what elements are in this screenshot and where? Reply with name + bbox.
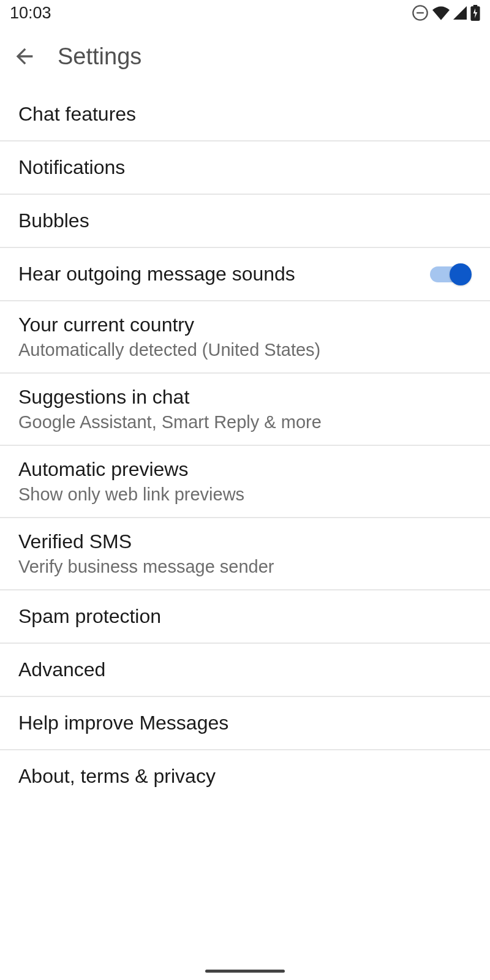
setting-title: Help improve Messages [18, 712, 472, 734]
setting-advanced[interactable]: Advanced [0, 644, 490, 697]
setting-suggestions-in-chat[interactable]: Suggestions in chat Google Assistant, Sm… [0, 374, 490, 446]
setting-subtitle: Google Assistant, Smart Reply & more [18, 412, 472, 432]
back-button[interactable] [9, 40, 40, 72]
setting-subtitle: Automatically detected (United States) [18, 340, 472, 360]
setting-title: Bubbles [18, 209, 472, 232]
status-bar: 10:03 [0, 0, 490, 26]
setting-about-terms-privacy[interactable]: About, terms & privacy [0, 750, 490, 802]
app-bar: Settings [0, 26, 490, 87]
setting-title: Verified SMS [18, 530, 472, 553]
setting-title: Automatic previews [18, 458, 472, 481]
setting-hear-outgoing-sounds[interactable]: Hear outgoing message sounds [0, 248, 490, 301]
svg-rect-3 [473, 5, 478, 7]
setting-subtitle: Verify business message sender [18, 557, 472, 577]
setting-title: Advanced [18, 658, 472, 681]
setting-current-country[interactable]: Your current country Automatically detec… [0, 301, 490, 374]
settings-list: Chat features Notifications Bubbles Hear… [0, 88, 490, 802]
do-not-disturb-icon [412, 4, 429, 21]
toggle-switch[interactable] [430, 263, 472, 285]
setting-title: Chat features [18, 103, 472, 126]
status-icons [412, 4, 480, 21]
setting-verified-sms[interactable]: Verified SMS Verify business message sen… [0, 518, 490, 590]
setting-title: Your current country [18, 314, 472, 336]
page-title: Settings [58, 43, 141, 70]
setting-title: Suggestions in chat [18, 386, 472, 409]
setting-help-improve-messages[interactable]: Help improve Messages [0, 697, 490, 750]
setting-notifications[interactable]: Notifications [0, 141, 490, 195]
setting-title: Spam protection [18, 605, 472, 628]
cellular-signal-icon [453, 6, 467, 20]
setting-bubbles[interactable]: Bubbles [0, 195, 490, 248]
battery-icon [470, 5, 480, 21]
setting-chat-features[interactable]: Chat features [0, 88, 490, 141]
setting-title: About, terms & privacy [18, 765, 472, 788]
setting-automatic-previews[interactable]: Automatic previews Show only web link pr… [0, 446, 490, 518]
status-time: 10:03 [10, 4, 51, 23]
setting-title: Notifications [18, 156, 472, 179]
setting-spam-protection[interactable]: Spam protection [0, 590, 490, 644]
setting-title: Hear outgoing message sounds [18, 263, 430, 285]
navigation-handle[interactable] [205, 970, 285, 973]
wifi-icon [432, 6, 450, 20]
setting-subtitle: Show only web link previews [18, 484, 472, 505]
arrow-left-icon [12, 44, 37, 69]
